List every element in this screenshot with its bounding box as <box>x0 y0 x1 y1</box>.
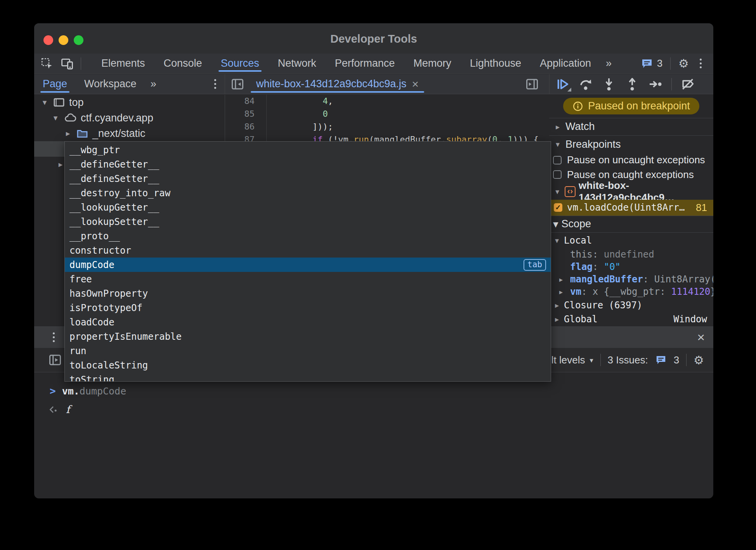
autocomplete-item[interactable]: run <box>65 344 551 358</box>
scope-section-header[interactable]: ▾ Scope <box>549 216 713 233</box>
pause-uncaught-checkbox[interactable] <box>553 156 562 164</box>
pause-caught-checkbox[interactable] <box>553 170 562 179</box>
line-number[interactable]: 86 <box>225 120 267 133</box>
code-line[interactable]: 86 ])); <box>225 120 549 133</box>
eager-eval-icon <box>47 404 59 415</box>
code-line[interactable]: 84 4, <box>225 95 549 107</box>
tab-application[interactable]: Application <box>531 54 600 73</box>
navtab-workspace[interactable]: Workspace <box>76 74 145 94</box>
step-out-icon[interactable] <box>625 77 640 92</box>
autocomplete-item[interactable]: __proto__ <box>65 229 551 243</box>
info-icon <box>572 101 583 112</box>
close-drawer-icon[interactable]: × <box>697 330 705 345</box>
tree-item-label: top <box>69 97 84 109</box>
code-line[interactable]: 85 0 <box>225 107 549 120</box>
autocomplete-item-selected[interactable]: dumpCode tab <box>65 258 551 272</box>
tab-memory[interactable]: Memory <box>404 54 461 73</box>
watch-section-header[interactable]: ▸ Watch <box>549 118 713 135</box>
resume-script-icon[interactable] <box>555 77 570 92</box>
toolbar-separator <box>686 354 687 366</box>
log-levels-dropdown[interactable]: ult levels ▾ <box>546 354 593 366</box>
step-over-icon[interactable] <box>578 77 593 92</box>
line-number[interactable]: 84 <box>225 95 267 107</box>
scope-local-header[interactable]: ▾ Local <box>549 233 713 248</box>
chevron-right-icon[interactable]: ▸ <box>64 129 72 138</box>
chevron-down-icon: ▾ <box>590 356 593 364</box>
navigator-kebab-icon[interactable] <box>211 78 219 90</box>
breakpoint-file-group[interactable]: ▾ white-box-143d12a9cbc4bc9… <box>549 183 713 200</box>
autocomplete-item[interactable]: __lookupGetter__ <box>65 200 551 214</box>
scope-closure[interactable]: ▸ Closure (6397) <box>549 298 713 313</box>
autocomplete-item[interactable]: __wbg_ptr <box>65 143 551 157</box>
drawer-kebab-icon[interactable] <box>50 331 58 344</box>
chevron-right-icon[interactable]: ▸ <box>552 301 562 310</box>
scope-var-this[interactable]: this: undefined <box>549 248 713 261</box>
toolbar-separator <box>671 78 672 90</box>
toolbar-separator <box>81 57 81 70</box>
deactivate-breakpoints-icon[interactable] <box>680 77 695 92</box>
close-file-tab-icon[interactable]: × <box>412 78 419 91</box>
tab-key-badge: tab <box>524 259 546 271</box>
scope-global[interactable]: ▸ Global Window <box>549 313 713 326</box>
line-number[interactable]: 85 <box>225 107 267 120</box>
autocomplete-item[interactable]: __destroy_into_raw <box>65 186 551 200</box>
step-into-icon[interactable] <box>602 77 616 92</box>
issues-bubble-icon[interactable] <box>655 354 667 366</box>
autocomplete-item[interactable]: isPrototypeOf <box>65 301 551 315</box>
scope-var-vm[interactable]: ▸vm: x {__wbg_ptr: 1114120} <box>549 285 713 298</box>
file-tab[interactable]: white-box-143d12a9cbc4bc9a.js × <box>249 74 426 94</box>
tree-item-next-static[interactable]: ▸ _next/static <box>34 126 225 141</box>
inspect-icon[interactable] <box>40 57 54 70</box>
autocomplete-item[interactable]: __lookupSetter__ <box>65 214 551 229</box>
autocomplete-item[interactable]: toLocaleString <box>65 358 551 372</box>
tab-performance[interactable]: Performance <box>326 54 404 73</box>
tab-network[interactable]: Network <box>269 54 326 73</box>
tab-console[interactable]: Console <box>154 54 212 73</box>
console-prompt[interactable]: > vm.dumpCode <box>50 385 126 397</box>
tree-item-domain[interactable]: ▾ ctf.cyandev.app <box>34 110 225 126</box>
main-menu-kebab-icon[interactable] <box>697 57 705 70</box>
tree-item-label: _next/static <box>92 128 146 140</box>
tab-sources[interactable]: Sources <box>212 54 269 73</box>
autocomplete-item[interactable]: __defineGetter__ <box>65 157 551 171</box>
navtab-page[interactable]: Page <box>34 74 76 94</box>
window-title: Developer Tools <box>34 33 713 45</box>
chevron-down-icon[interactable]: ▾ <box>40 98 49 107</box>
tab-lighthouse[interactable]: Lighthouse <box>461 54 531 73</box>
device-toolbar-icon[interactable] <box>61 57 74 70</box>
autocomplete-item[interactable]: toString <box>65 372 551 382</box>
console-area[interactable]: > vm.dumpCode f <box>34 372 713 498</box>
autocomplete-item[interactable]: free <box>65 272 551 286</box>
breakpoints-section-header[interactable]: ▾ Breakpoints <box>549 135 713 153</box>
show-right-panel-icon[interactable] <box>525 77 539 91</box>
pause-uncaught-exceptions-row[interactable]: Pause on uncaught exceptions <box>549 153 713 168</box>
more-tabs-button[interactable]: » <box>600 57 617 69</box>
autocomplete-dropdown: __wbg_ptr __defineGetter__ __defineSette… <box>64 141 551 382</box>
tab-elements[interactable]: Elements <box>92 54 154 73</box>
scope-var-flag[interactable]: flag: "0" <box>549 261 713 273</box>
expand-drawer-icon[interactable] <box>48 353 62 367</box>
step-icon[interactable] <box>648 77 663 92</box>
chevron-right-icon[interactable]: ▸ <box>56 160 65 169</box>
breakpoint-entry[interactable]: ✓ vm.loadCode(Uint8Arr… 81 <box>549 200 713 215</box>
autocomplete-item[interactable]: hasOwnProperty <box>65 286 551 301</box>
scope-var-mangledbuffer[interactable]: ▸mangledBuffer: Uint8Array(2) <box>549 273 713 285</box>
navigator-more-tabs[interactable]: » <box>145 78 162 90</box>
titlebar: Developer Tools <box>34 23 713 54</box>
autocomplete-ghost-text: dumpCode <box>80 386 126 397</box>
tree-item-top[interactable]: ▾ top <box>34 95 225 110</box>
autocomplete-item[interactable]: constructor <box>65 243 551 258</box>
collapse-navigator-icon[interactable] <box>231 77 244 91</box>
autocomplete-item[interactable]: propertyIsEnumerable <box>65 329 551 344</box>
chevron-right-icon[interactable]: ▸ <box>552 315 562 324</box>
autocomplete-item[interactable]: loadCode <box>65 315 551 329</box>
chevron-down-icon[interactable]: ▾ <box>51 113 60 123</box>
console-settings-gear-icon[interactable]: ⚙ <box>694 353 704 367</box>
settings-gear-icon[interactable]: ⚙ <box>678 57 689 70</box>
chevron-right-icon[interactable]: ▸ <box>559 275 563 284</box>
chevron-right-icon[interactable]: ▸ <box>559 288 563 296</box>
breakpoint-checkbox[interactable]: ✓ <box>554 203 562 212</box>
debugger-controls <box>549 74 713 94</box>
issues-counter[interactable]: 3 <box>641 57 662 70</box>
autocomplete-item[interactable]: __defineSetter__ <box>65 171 551 186</box>
